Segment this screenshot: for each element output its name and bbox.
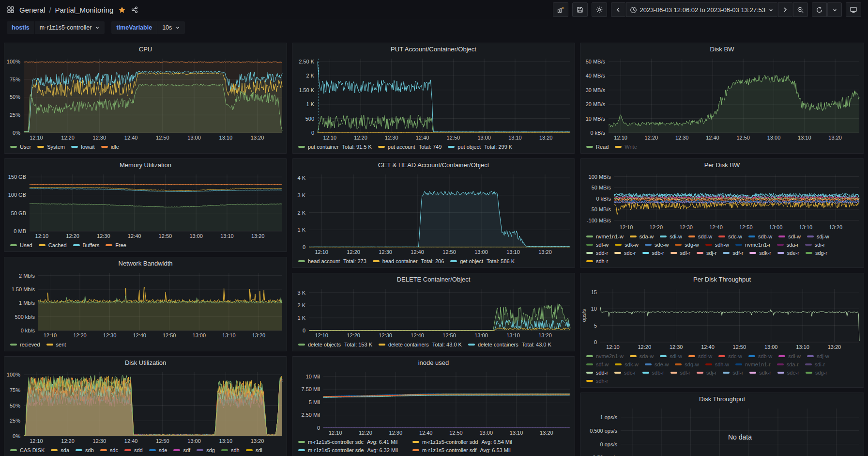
legend-item[interactable]: delete objectsTotal: 153 K xyxy=(298,340,372,348)
legend-item[interactable]: m-r1z1s5-controller sdfAvg: 6.53 Mil xyxy=(412,446,512,454)
legend-item[interactable]: idle xyxy=(101,142,119,151)
legend-item[interactable]: sda-w xyxy=(630,232,654,240)
panel-title[interactable]: Disk Utilization xyxy=(4,357,287,369)
legend-item[interactable]: Read xyxy=(586,142,609,151)
legend-item[interactable]: sdf-r xyxy=(723,249,743,257)
legend-item[interactable]: sdh-r xyxy=(586,257,608,265)
legend-item[interactable]: sdh-w xyxy=(705,360,729,368)
time-forward-button[interactable] xyxy=(778,2,792,17)
legend-item[interactable]: sdd-w xyxy=(688,232,712,240)
legend-item[interactable]: sent xyxy=(46,340,66,348)
legend-item[interactable]: sdc xyxy=(100,446,118,454)
chart-network[interactable]: 12:1012:2012:3012:4012:5013:0013:1013:20… xyxy=(4,269,287,340)
legend-item[interactable]: sdc-w xyxy=(718,232,742,240)
legend-item[interactable]: sdb-r xyxy=(642,368,664,377)
panel-title[interactable]: GET & HEAD Account/Container/Object xyxy=(292,159,575,171)
legend-item[interactable]: sda-w xyxy=(630,352,654,360)
legend-item[interactable]: Cached xyxy=(39,241,67,249)
legend-item[interactable]: sdb-r xyxy=(642,249,664,257)
legend-item[interactable]: sdd-w xyxy=(688,352,712,360)
legend-item[interactable]: sdj xyxy=(10,454,27,456)
favorite-star-icon[interactable] xyxy=(118,6,126,14)
refresh-interval-dropdown[interactable] xyxy=(827,2,842,17)
save-dashboard-button[interactable] xyxy=(572,2,588,17)
chart-disk_util[interactable]: 12:1012:2012:3012:4012:5013:0013:1013:20… xyxy=(4,369,287,445)
legend-item[interactable]: sdi-r xyxy=(805,240,825,249)
legend-item[interactable]: sdi-w xyxy=(660,232,682,240)
panel-title[interactable]: PUT Account/Container/Object xyxy=(292,43,575,55)
chart-put[interactable]: 12:1012:2012:3012:4012:5013:0013:1013:20… xyxy=(292,55,575,142)
time-back-button[interactable] xyxy=(611,2,625,17)
legend-item[interactable]: m-r1z1s5-controller sdcAvg: 6.41 Mil xyxy=(298,438,398,446)
legend-item[interactable]: sdg-r xyxy=(806,368,827,377)
legend-item[interactable]: sde xyxy=(149,446,168,454)
panel-title[interactable]: Disk BW xyxy=(580,43,864,55)
panel-title[interactable]: Per Disk BW xyxy=(580,159,864,171)
chart-memory[interactable]: 12:1012:2012:3012:4012:5013:0013:1013:20… xyxy=(4,171,287,240)
variable-value-dropdown[interactable]: 10s xyxy=(157,21,185,34)
time-range-picker[interactable]: 2023-06-03 12:06:02 to 2023-06-03 13:27:… xyxy=(626,2,778,17)
legend-item[interactable]: sdf-w xyxy=(586,360,609,368)
chart-per_disk_bw[interactable]: 12:1012:2012:3012:4012:5013:0013:1013:20… xyxy=(580,171,864,232)
legend-item[interactable]: Free xyxy=(106,241,126,249)
legend-item[interactable]: delete containersTotal: 43.0 K xyxy=(379,340,462,348)
legend-item[interactable]: head containerTotal: 206 xyxy=(373,257,444,265)
legend-item[interactable]: sdc-w xyxy=(718,352,742,360)
legend-item[interactable]: m-r1z1s5-controller sdbAvg: 6.61 Mil xyxy=(412,454,512,456)
legend-item[interactable]: sdj-r xyxy=(697,249,716,257)
dashboard-settings-button[interactable] xyxy=(592,2,607,17)
legend-item[interactable]: m-r1z1s5-controller sdeAvg: 6.32 Mil xyxy=(298,446,398,454)
legend-item[interactable]: sdi-w xyxy=(660,352,682,360)
legend-item[interactable]: sde-w xyxy=(645,360,669,368)
panel-title[interactable]: Network Bandwidth xyxy=(4,257,287,269)
legend-item[interactable]: sdf-r xyxy=(723,368,743,377)
panel-title[interactable]: inode used xyxy=(292,357,575,369)
legend-item[interactable]: sdj-r xyxy=(697,368,716,377)
cycle-view-mode-button[interactable] xyxy=(846,2,861,17)
breadcrumb-folder[interactable]: General xyxy=(19,6,45,14)
legend-item[interactable]: sdg xyxy=(197,446,215,454)
legend-item[interactable]: delete containersTotal: 43.0 K xyxy=(468,340,551,348)
legend-item[interactable]: sdh xyxy=(221,446,240,454)
legend-item[interactable]: sdf-w xyxy=(586,240,609,249)
legend-item[interactable]: sdk-w xyxy=(615,240,639,249)
legend-item[interactable]: nvme1n1-r xyxy=(735,240,771,249)
variable-value-dropdown[interactable]: m-r1z1s5-controller xyxy=(35,21,105,34)
legend-item[interactable]: sde-r xyxy=(777,368,799,377)
legend-item[interactable]: put containerTotal: 91.5 K xyxy=(298,142,372,151)
panel-title[interactable]: Disk Throughput xyxy=(580,393,864,405)
add-panel-button[interactable] xyxy=(553,2,568,17)
legend-item[interactable]: sdk-r xyxy=(749,368,771,377)
legend-item[interactable]: sdk-w xyxy=(615,360,639,368)
share-icon[interactable] xyxy=(131,6,138,14)
chart-inode[interactable]: 12:1012:2012:3012:4012:5013:0013:1013:20… xyxy=(292,369,575,437)
legend-item[interactable]: nvme1n1-w xyxy=(586,232,624,240)
legend-item[interactable]: sda-r xyxy=(777,360,799,368)
legend-item[interactable]: sdk xyxy=(33,454,51,456)
legend-item[interactable]: sdb xyxy=(76,446,94,454)
legend-item[interactable]: sdl-w xyxy=(778,232,801,240)
legend-item[interactable]: get objectTotal: 586 K xyxy=(450,257,515,265)
refresh-button[interactable] xyxy=(812,2,827,17)
legend-item[interactable]: System xyxy=(37,142,65,151)
legend-item[interactable]: m-r1z1s5-controller sdgAvg: 6.39 Mil xyxy=(298,454,398,456)
legend-item[interactable]: sdh-r xyxy=(586,377,608,385)
breadcrumb-dashboard[interactable]: Partial_Monitoring xyxy=(55,6,114,14)
legend-item[interactable]: sdc-r xyxy=(614,368,636,377)
legend-item[interactable]: sda xyxy=(51,446,69,454)
legend-item[interactable]: sdi xyxy=(246,446,262,454)
legend-item[interactable]: sdl-r xyxy=(670,249,690,257)
legend-item[interactable]: sdg-w xyxy=(675,240,699,249)
legend-item[interactable]: sdb-w xyxy=(748,352,772,360)
dashboards-grid-icon[interactable] xyxy=(7,6,15,14)
legend-item[interactable]: sdl-w xyxy=(778,352,801,360)
legend-item[interactable]: sdj-w xyxy=(807,232,829,240)
legend-item[interactable]: sdd-r xyxy=(586,368,608,377)
zoom-out-button[interactable] xyxy=(793,2,808,17)
legend-item[interactable]: put accountTotal: 749 xyxy=(378,142,442,151)
chart-cpu[interactable]: 12:1012:2012:3012:4012:5013:0013:1013:20… xyxy=(4,55,287,142)
panel-title[interactable]: CPU xyxy=(4,43,287,55)
chart-disk_bw[interactable]: 12:1012:2012:3012:4012:5013:0013:1013:20… xyxy=(580,55,864,142)
legend-item[interactable]: sdl-r xyxy=(670,368,690,377)
legend-item[interactable]: sda-r xyxy=(777,240,799,249)
